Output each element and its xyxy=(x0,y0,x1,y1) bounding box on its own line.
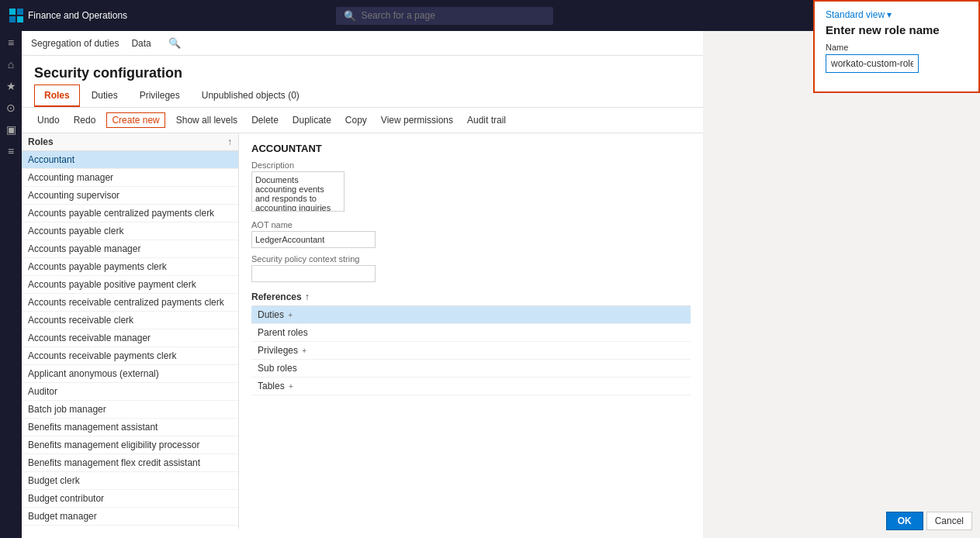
sidebar-favorites-icon[interactable]: ★ xyxy=(6,81,16,91)
role-item[interactable]: Accounts payable clerk xyxy=(22,222,238,240)
ref-sub-roles[interactable]: Sub roles xyxy=(251,360,691,378)
name-field-label: Name xyxy=(826,43,968,52)
references-sort-icon: ↑ xyxy=(305,291,310,302)
view-permissions-button[interactable]: View permissions xyxy=(378,113,456,127)
tab-privileges[interactable]: Privileges xyxy=(130,84,190,107)
sidebar-modules-icon[interactable]: ≡ xyxy=(8,146,14,157)
app-title: Finance and Operations xyxy=(28,10,127,21)
ok-button[interactable]: OK xyxy=(886,512,923,530)
detail-title: ACCOUNTANT xyxy=(251,143,691,154)
toolbar: Undo Redo Create new Show all levels Del… xyxy=(22,108,703,133)
sidebar-workspaces-icon[interactable]: ▣ xyxy=(6,124,16,135)
role-item[interactable]: Accountant xyxy=(22,151,238,169)
create-new-button[interactable]: Create new xyxy=(106,112,164,128)
role-item[interactable]: Accounting supervisor xyxy=(22,187,238,205)
subnav-data[interactable]: Data xyxy=(131,35,151,52)
delete-button[interactable]: Delete xyxy=(248,113,282,127)
search-icon: 🔍 xyxy=(344,10,356,22)
tab-duties[interactable]: Duties xyxy=(81,84,128,107)
sidebar-recent-icon[interactable]: ⊙ xyxy=(6,102,16,113)
role-name-input[interactable] xyxy=(826,54,919,73)
role-item[interactable]: Benefits management flex credit assistan… xyxy=(22,454,238,472)
undo-button[interactable]: Undo xyxy=(34,113,63,127)
role-item[interactable]: Accounts receivable centralized payments… xyxy=(22,294,238,312)
main-area: Segregation of duties Data 🔍 Security co… xyxy=(22,31,703,538)
cancel-button[interactable]: Cancel xyxy=(926,512,972,530)
content-split: Roles ↑ Accountant Accounting manager Ac… xyxy=(22,133,703,529)
role-item[interactable]: Accounts payable centralized payments cl… xyxy=(22,205,238,222)
left-sidebar: ≡ ⌂ ★ ⊙ ▣ ≡ xyxy=(0,31,22,538)
role-item[interactable]: Accounts payable payments clerk xyxy=(22,258,238,276)
roles-panel: Roles ↑ Accountant Accounting manager Ac… xyxy=(22,133,239,529)
role-item[interactable]: Accounts receivable payments clerk xyxy=(22,347,238,365)
role-item[interactable]: Business events security role xyxy=(22,526,238,529)
ref-privileges[interactable]: Privileges + xyxy=(251,342,691,360)
subnav-search-icon[interactable]: 🔍 xyxy=(168,37,181,49)
role-item[interactable]: Budget contributor xyxy=(22,490,238,508)
roles-sort-icon[interactable]: ↑ xyxy=(227,136,232,147)
role-item[interactable]: Accounting manager xyxy=(22,169,238,187)
role-item[interactable]: Accounts receivable clerk xyxy=(22,312,238,329)
references-label: References xyxy=(251,291,302,302)
search-input[interactable] xyxy=(361,10,545,21)
aot-name-label: AOT name xyxy=(251,220,691,229)
role-item[interactable]: Budget manager xyxy=(22,508,238,526)
ref-duties[interactable]: Duties + xyxy=(251,306,691,324)
tabs-bar: Roles Duties Privileges Unpublished obje… xyxy=(22,84,703,108)
dialog-title: Enter new role name xyxy=(826,23,968,36)
standard-view-label[interactable]: Standard view ▾ xyxy=(826,9,968,20)
new-role-dialog: Standard view ▾ Enter new role name Name xyxy=(813,0,980,93)
page-title: Security configuration xyxy=(22,56,703,84)
security-policy-label: Security policy context string xyxy=(251,254,691,264)
role-item[interactable]: Accounts payable positive payment clerk xyxy=(22,276,238,294)
aot-name-field[interactable] xyxy=(251,231,376,248)
dialog-buttons: OK Cancel xyxy=(886,512,972,530)
duplicate-button[interactable]: Duplicate xyxy=(289,113,334,127)
copy-button[interactable]: Copy xyxy=(342,113,370,127)
role-item[interactable]: Benefits management eligibility processo… xyxy=(22,436,238,454)
ref-tables[interactable]: Tables + xyxy=(251,378,691,395)
redo-button[interactable]: Redo xyxy=(71,113,99,127)
audit-trail-button[interactable]: Audit trail xyxy=(464,113,509,127)
role-item[interactable]: Auditor xyxy=(22,383,238,401)
role-item[interactable]: Batch job manager xyxy=(22,401,238,419)
app-logo: Finance and Operations xyxy=(9,9,127,22)
roles-header-label: Roles xyxy=(28,136,54,147)
role-item[interactable]: Accounts payable manager xyxy=(22,240,238,258)
global-search[interactable]: 🔍 xyxy=(336,7,553,25)
references-header: References ↑ xyxy=(251,291,691,306)
role-item[interactable]: Applicant anonymous (external) xyxy=(22,365,238,383)
show-all-levels-button[interactable]: Show all levels xyxy=(173,113,241,127)
subnav-segregation[interactable]: Segregation of duties xyxy=(31,35,119,52)
sub-nav: Segregation of duties Data 🔍 xyxy=(22,31,703,56)
role-item[interactable]: Accounts receivable manager xyxy=(22,329,238,347)
sidebar-home-icon[interactable]: ⌂ xyxy=(8,59,14,70)
description-field[interactable]: Documents accounting events and responds… xyxy=(251,171,345,212)
tab-roles[interactable]: Roles xyxy=(34,84,80,107)
roles-panel-header: Roles ↑ xyxy=(22,133,238,151)
ref-parent-roles[interactable]: Parent roles xyxy=(251,324,691,342)
chevron-down-icon: ▾ xyxy=(887,9,892,20)
sidebar-menu-icon[interactable]: ≡ xyxy=(8,37,14,48)
tab-unpublished[interactable]: Unpublished objects (0) xyxy=(192,84,310,107)
logo-squares xyxy=(9,9,23,22)
detail-panel: ACCOUNTANT Description Documents account… xyxy=(239,133,703,529)
role-item[interactable]: Budget clerk xyxy=(22,472,238,490)
description-label: Description xyxy=(251,160,691,170)
role-item[interactable]: Benefits management assistant xyxy=(22,419,238,436)
security-policy-field[interactable] xyxy=(251,265,376,282)
